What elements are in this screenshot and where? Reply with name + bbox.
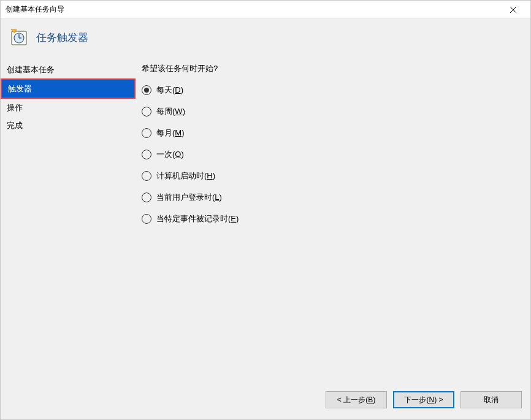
titlebar: 创建基本任务向导 <box>1 1 530 19</box>
radio-indicator <box>142 107 151 116</box>
cancel-button[interactable]: 取消 <box>460 391 522 408</box>
radio-option-3[interactable]: 一次(O) <box>142 149 518 160</box>
cancel-label: 取消 <box>484 395 499 404</box>
radio-label: 当特定事件被记录时(E) <box>156 213 239 224</box>
back-suffix: ) <box>373 395 375 404</box>
radio-label: 每天(D) <box>156 85 183 96</box>
wizard-sidebar: 创建基本任务触发器操作完成 <box>1 61 136 385</box>
radio-indicator <box>142 171 151 181</box>
trigger-prompt: 希望该任务何时开始? <box>142 63 518 74</box>
trigger-radio-group: 每天(D)每周(W)每月(M)一次(O)计算机启动时(H)当前用户登录时(L)当… <box>142 85 518 224</box>
radio-option-2[interactable]: 每月(M) <box>142 128 518 139</box>
next-button[interactable]: 下一步(N) > <box>393 391 454 408</box>
back-prefix: < 上一步( <box>337 395 368 404</box>
radio-label: 当前用户登录时(L) <box>156 192 222 203</box>
sidebar-item-0[interactable]: 创建基本任务 <box>1 61 136 78</box>
window-title: 创建基本任务向导 <box>6 4 501 15</box>
clock-task-icon <box>9 28 29 47</box>
radio-label: 每周(W) <box>156 106 185 117</box>
next-suffix: ) > <box>434 395 443 404</box>
radio-option-6[interactable]: 当特定事件被记录时(E) <box>142 213 518 224</box>
radio-indicator <box>142 85 151 95</box>
next-prefix: 下一步( <box>404 395 429 404</box>
radio-option-5[interactable]: 当前用户登录时(L) <box>142 192 518 203</box>
radio-indicator <box>142 128 151 138</box>
wizard-window: 创建基本任务向导 任务触发器 创建基本任务触发器操作完成 希望该任务何时开始? … <box>0 0 531 420</box>
next-mnemonic: N <box>429 395 434 404</box>
page-heading: 任务触发器 <box>36 31 88 45</box>
wizard-header: 任务触发器 <box>1 19 530 61</box>
sidebar-item-2[interactable]: 操作 <box>1 99 136 116</box>
close-icon <box>510 7 516 13</box>
radio-indicator <box>142 193 151 202</box>
wizard-content: 希望该任务何时开始? 每天(D)每周(W)每月(M)一次(O)计算机启动时(H)… <box>136 61 530 385</box>
sidebar-item-1[interactable]: 触发器 <box>1 78 136 99</box>
radio-indicator <box>142 214 151 224</box>
radio-option-1[interactable]: 每周(W) <box>142 106 518 117</box>
radio-label: 计算机启动时(H) <box>156 170 215 181</box>
radio-indicator <box>142 150 151 159</box>
wizard-body: 创建基本任务触发器操作完成 希望该任务何时开始? 每天(D)每周(W)每月(M)… <box>1 61 530 385</box>
radio-label: 每月(M) <box>156 128 185 139</box>
sidebar-item-3[interactable]: 完成 <box>1 116 136 134</box>
back-button[interactable]: < 上一步(B) <box>326 391 387 408</box>
close-button[interactable] <box>501 1 525 18</box>
wizard-footer: < 上一步(B) 下一步(N) > 取消 <box>1 385 530 419</box>
radio-label: 一次(O) <box>156 149 184 160</box>
back-mnemonic: B <box>368 395 373 404</box>
radio-option-4[interactable]: 计算机启动时(H) <box>142 170 518 181</box>
radio-option-0[interactable]: 每天(D) <box>142 85 518 96</box>
